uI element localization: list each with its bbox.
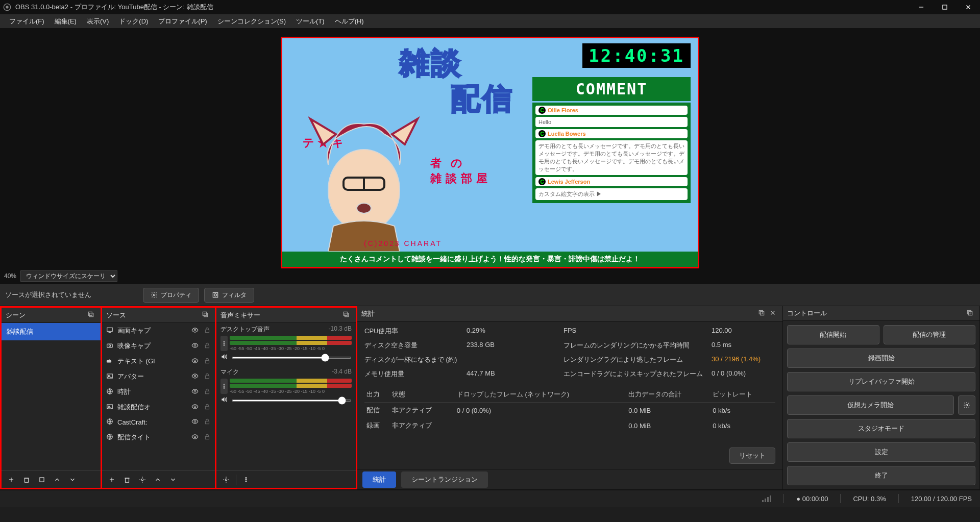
scene-item[interactable]: 雑談配信 <box>2 323 101 340</box>
dock-popout-icon[interactable] <box>200 311 211 319</box>
volume-slider[interactable] <box>232 400 352 402</box>
dock-popout-icon[interactable] <box>964 309 975 318</box>
settings-button[interactable]: 設定 <box>787 442 975 462</box>
start-stream-button[interactable]: 配信開始 <box>787 325 879 344</box>
virtual-cam-settings-button[interactable] <box>958 395 975 415</box>
network-icon <box>762 495 771 502</box>
lock-toggle[interactable] <box>203 357 212 366</box>
dock-popout-icon[interactable] <box>340 311 352 319</box>
visibility-toggle[interactable] <box>190 388 200 396</box>
preview-scale-label: 40% <box>4 272 16 280</box>
manage-stream-button[interactable]: 配信の管理 <box>884 325 976 344</box>
replay-buffer-button[interactable]: リプレイバッファ開始 <box>787 372 975 391</box>
close-button[interactable] <box>957 0 980 14</box>
volume-slider[interactable] <box>232 357 352 359</box>
menu-scene-collection[interactable]: シーンコレクション(S) <box>212 15 291 28</box>
lock-toggle[interactable] <box>203 433 212 442</box>
mixer-menu-button[interactable] <box>239 473 253 486</box>
lock-toggle[interactable] <box>203 342 212 351</box>
svg-rect-29 <box>206 345 209 347</box>
start-record-button[interactable]: 録画開始 <box>787 349 975 368</box>
properties-button[interactable]: プロパティ <box>143 288 199 303</box>
virtual-cam-button[interactable]: 仮想カメラ開始 <box>787 395 954 415</box>
tab-transitions[interactable]: シーントランジション <box>401 471 488 488</box>
menu-tools[interactable]: ツール(T) <box>291 15 330 28</box>
source-row[interactable]: CastCraft: <box>102 415 215 430</box>
lock-toggle[interactable] <box>203 418 212 427</box>
visibility-toggle[interactable] <box>190 433 200 442</box>
svg-point-64 <box>246 477 247 478</box>
svg-point-60 <box>224 384 225 385</box>
visibility-toggle[interactable] <box>190 342 200 351</box>
stat-label: メモリ使用量 <box>364 369 467 379</box>
add-source-button[interactable] <box>105 473 118 486</box>
source-row[interactable]: アバター <box>102 369 215 384</box>
filters-button[interactable]: フィルタ <box>204 288 254 303</box>
dock-popout-icon[interactable] <box>85 311 96 319</box>
source-up-button[interactable] <box>151 473 164 486</box>
lock-toggle[interactable] <box>203 388 212 396</box>
minimize-button[interactable] <box>910 0 933 14</box>
scene-filter-button[interactable] <box>35 473 48 486</box>
source-row[interactable]: 時計 <box>102 384 215 400</box>
channel-menu-button[interactable] <box>220 336 228 351</box>
svg-point-35 <box>194 375 196 377</box>
scene-up-button[interactable] <box>51 473 64 486</box>
svg-rect-55 <box>344 312 347 315</box>
source-row[interactable]: abテキスト (GI <box>102 354 215 369</box>
menu-help[interactable]: ヘルプ(H) <box>330 15 369 28</box>
dock-popout-icon[interactable] <box>756 309 767 318</box>
maximize-button[interactable] <box>933 0 957 14</box>
svg-point-62 <box>224 388 225 389</box>
tab-stats[interactable]: 統計 <box>362 471 396 488</box>
visibility-toggle[interactable] <box>190 403 200 412</box>
remove-source-button[interactable] <box>120 473 134 486</box>
menu-file[interactable]: ファイル(F) <box>4 15 50 28</box>
remove-scene-button[interactable] <box>20 473 33 486</box>
svg-point-31 <box>194 360 196 362</box>
svg-rect-25 <box>206 330 209 332</box>
svg-rect-3 <box>943 5 947 9</box>
preview-canvas[interactable]: 雑談 配信 テ ★ キ 者の雑談部屋 (C)2023 CHARAT 12:40:… <box>281 37 699 268</box>
visibility-toggle[interactable] <box>190 357 200 366</box>
channel-db: -3.4 dB <box>332 368 352 377</box>
source-type-icon: ab <box>105 357 114 366</box>
menu-view[interactable]: 表示(V) <box>82 15 114 28</box>
stat-label: ディスク空き容量 <box>364 341 467 350</box>
channel-menu-button[interactable] <box>220 379 228 394</box>
comment-header: COMMENT <box>532 77 691 101</box>
mixer-channel: デスクトップ音声-10.3 dB-60 -55 -50 -45 -40 -35 … <box>216 323 356 366</box>
svg-rect-67 <box>759 310 763 314</box>
source-name: 時計 <box>117 387 187 396</box>
lock-toggle[interactable] <box>203 403 212 412</box>
lock-toggle[interactable] <box>203 372 212 381</box>
mute-button[interactable] <box>220 353 229 362</box>
stat-label: エンコードラグによりスキップされたフレーム <box>564 369 712 379</box>
stat-value: 120.00 <box>712 327 775 336</box>
mixer-advanced-button[interactable] <box>219 473 233 486</box>
menu-profile[interactable]: プロファイル(P) <box>153 15 212 28</box>
source-row[interactable]: 画面キャプ <box>102 323 215 338</box>
dock-close-icon[interactable] <box>767 309 778 318</box>
lock-toggle[interactable] <box>203 327 212 335</box>
menu-dock[interactable]: ドック(D) <box>114 15 153 28</box>
preview-scale-mode[interactable]: ウィンドウサイズにスケーリング表示 <box>20 270 117 282</box>
source-row[interactable]: 配信タイト <box>102 430 215 445</box>
visibility-toggle[interactable] <box>190 327 200 335</box>
preview-area[interactable]: 雑談 配信 テ ★ キ 者の雑談部屋 (C)2023 CHARAT 12:40:… <box>0 29 980 284</box>
source-down-button[interactable] <box>166 473 180 486</box>
source-row[interactable]: 映像キャプ <box>102 338 215 354</box>
source-properties-button[interactable] <box>136 473 149 486</box>
svg-point-42 <box>194 406 196 408</box>
source-row[interactable]: 雑談配信オ <box>102 400 215 415</box>
exit-button[interactable]: 終了 <box>787 466 975 485</box>
add-scene-button[interactable] <box>5 473 18 486</box>
studio-mode-button[interactable]: スタジオモード <box>787 419 975 438</box>
visibility-toggle[interactable] <box>190 418 200 427</box>
scene-down-button[interactable] <box>66 473 79 486</box>
visibility-toggle[interactable] <box>190 372 200 381</box>
menu-edit[interactable]: 編集(E) <box>50 15 82 28</box>
mixer-channel: マイク-3.4 dB-60 -55 -50 -45 -40 -35 -30 -2… <box>216 366 356 409</box>
mute-button[interactable] <box>220 396 229 405</box>
stats-reset-button[interactable]: リセット <box>729 448 775 464</box>
